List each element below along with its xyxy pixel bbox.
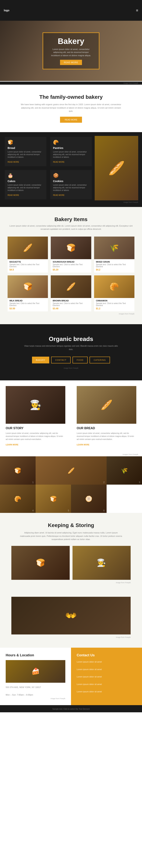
products-large-image: 🥖 <box>95 136 138 200</box>
our-story-title: OUR STORY <box>6 427 65 430</box>
item-card-baguette: 🥖 BAGUETTE Sample text. Click to select … <box>7 237 48 273</box>
item-img-cinnamon: 🥐 <box>94 275 135 298</box>
footer-address: 555 5TH AVE, NEW YORK, NY 10017 Mon – Su… <box>6 686 65 697</box>
footer-hours-image: 🍰 <box>6 660 65 683</box>
footer-hours-image-caption: Image from Freepik <box>6 698 65 700</box>
product-desc-bread: Lorem ipsum dolor sit amet, consectetur … <box>7 151 44 158</box>
bakery-items-desc: Lorem ipsum dolor sit amet, consectetur … <box>7 224 135 231</box>
item-sample-brown-bread: Sample text. Click to select the Text El… <box>53 302 89 307</box>
footer-hours-title: Hours & Location <box>6 653 65 657</box>
product-link-cookies[interactable]: READ MORE <box>53 194 65 196</box>
item-name-sourdough: SOURDOUGH BREAD <box>53 261 89 263</box>
item-sample-milk-bread: Sample text. Click to select the Text El… <box>9 302 46 307</box>
organic-btn-bakery[interactable]: BAKERY <box>32 356 49 364</box>
footer-contact-col: Contact Us Lorem ipsum dolor sit amet Lo… <box>71 648 142 705</box>
baking-image-caption: Image from Freepik <box>11 637 131 638</box>
product-link-bread[interactable]: READ MORE <box>7 161 19 163</box>
baking-section: 👐 Image from Freepik <box>0 593 142 648</box>
family-read-more-button[interactable]: READ MORE <box>60 117 82 123</box>
pastry-icon: 🥐 <box>53 140 89 145</box>
footer-contact-lines: Lorem ipsum dolor sit amet Lorem ipsum d… <box>77 660 136 694</box>
items-grid: 🥖 BAGUETTE Sample text. Click to select … <box>7 237 135 311</box>
item-card-sourdough: 🍞 SOURDOUGH BREAD Sample text. Click to … <box>51 237 91 273</box>
organic-btn-contact[interactable]: CONTACT <box>51 356 71 364</box>
footer-contact-line-3: Lorem ipsum dolor sit amet <box>77 675 136 679</box>
footer-address-line2: Mon – Sun: 7:00am – 6:00pm <box>6 694 33 696</box>
family-section: The family-owned bakery We have been bak… <box>0 85 142 132</box>
footer-contact-line-5: Lorem ipsum dolor sit amet <box>77 690 136 694</box>
product-card-pastries: 🥐 Pastries Lorem ipsum dolor sit amet, c… <box>50 137 92 166</box>
bakery-items-title: Bakery Items <box>7 216 135 222</box>
product-desc-cookies: Lorem ipsum dolor sit amet, consectetur … <box>53 184 89 192</box>
gallery-item-3: 🌾3 <box>106 456 142 485</box>
our-bread-image: 🥖 <box>77 386 136 424</box>
product-card-cakes: 🎂 Cakes Lorem ipsum dolor sit amet, cons… <box>5 170 46 199</box>
our-story-link[interactable]: LEARN MORE <box>6 444 18 446</box>
logo: logo <box>4 9 9 12</box>
item-price-brown-bread: $3.48 <box>53 307 89 310</box>
cake-icon: 🎂 <box>7 173 44 178</box>
item-img-brown-bread: 🥖 <box>51 275 91 298</box>
footer-contact-line-1: Lorem ipsum dolor sit amet <box>77 660 136 664</box>
item-img-milk-bread: 🍞 <box>7 275 48 298</box>
our-bread-text: Lorem ipsum dolor sit amet, consectetur … <box>77 432 136 441</box>
organic-btn-catering[interactable]: CATERING <box>90 356 110 364</box>
keeping-image-caption: Image from Freepik <box>11 582 131 584</box>
item-price-sourdough: $5.20 <box>53 269 89 271</box>
organic-image-caption: Image from Freepik <box>7 367 135 369</box>
hero-section: Bakery Lorem ipsum dolor sit amet, conse… <box>0 21 142 81</box>
item-name-baguette: BAGUETTE <box>9 261 46 263</box>
item-img-baguette: 🥖 <box>7 237 48 259</box>
item-img-sourdough: 🍞 <box>51 237 91 259</box>
header: logo ≡ <box>0 0 142 21</box>
keeping-title: Keeping & Storing <box>11 522 131 528</box>
product-card-bread: 🍞 Bread Lorem ipsum dolor sit amet, cons… <box>5 137 46 166</box>
family-title: The family-owned bakery <box>11 94 131 100</box>
item-price-cinnamon: $1.2 <box>96 307 133 310</box>
footer-contact-line-2: Lorem ipsum dolor sit amet <box>77 668 136 672</box>
story-image-caption: Images from Freepik <box>122 454 138 455</box>
item-sample-baguette: Sample text. Click to select the Text El… <box>9 264 46 268</box>
hero-content-box: Bakery Lorem ipsum dolor sit amet, conse… <box>43 32 99 69</box>
item-price-baguette: $4.5 <box>9 269 46 271</box>
organic-btn-food[interactable]: FOOD <box>72 356 88 364</box>
hero-read-more-button[interactable]: READ MORE <box>60 60 82 65</box>
products-image-caption: Image from Freepik <box>4 201 138 203</box>
keeping-text: Adipiscing diam amet. Ut lacinia sit ame… <box>19 531 123 541</box>
footer-address-line1: 555 5TH AVE, NEW YORK, NY 10017 <box>6 686 41 688</box>
footer-bottom: Sample text. Click to select the Text El… <box>0 705 142 712</box>
keeping-section: Keeping & Storing Adipiscing diam amet. … <box>0 513 142 593</box>
footer-bottom-text: Sample text. Click to select the Text El… <box>52 708 90 710</box>
product-card-cookies: 🍪 Cookies Lorem ipsum dolor sit amet, co… <box>50 170 92 199</box>
gallery-item-2: 🥖2 <box>36 456 106 485</box>
product-name-cookies: Cookies <box>53 180 89 183</box>
hero-subtitle: Lorem ipsum dolor sit amet, consectetur … <box>49 48 93 57</box>
item-sample-mixed-grain: Sample text. Click to select the Text El… <box>96 264 133 268</box>
item-sample-sourdough: Sample text. Click to select the Text El… <box>53 264 89 268</box>
item-price-mixed-grain: $4.2 <box>96 269 133 271</box>
hero-image-caption: Image from Freepik <box>123 82 138 84</box>
organic-buttons: BAKERY CONTACT FOOD CATERING <box>7 356 135 364</box>
item-sample-cinnamon: Sample text. Click to select the Text El… <box>96 302 133 307</box>
product-desc-cakes: Lorem ipsum dolor sit amet, consectetur … <box>7 184 44 192</box>
footer-contact-title: Contact Us <box>77 653 136 657</box>
gallery-item-1: 🍞1 <box>0 456 36 485</box>
gallery-item-4: 🥐4 <box>0 485 36 513</box>
product-name-bread: Bread <box>7 147 44 150</box>
product-link-pastries[interactable]: READ MORE <box>53 161 65 163</box>
our-bread-link[interactable]: LEARN MORE <box>77 444 89 446</box>
footer-hours-col: Hours & Location 🍰 555 5TH AVE, NEW YORK… <box>0 648 71 705</box>
product-name-cakes: Cakes <box>7 180 44 183</box>
item-card-milk-bread: 🍞 MILK BREAD Sample text. Click to selec… <box>7 275 48 311</box>
hamburger-menu-icon[interactable]: ≡ <box>136 8 138 12</box>
product-desc-pastries: Lorem ipsum dolor sit amet, consectetur … <box>53 151 89 158</box>
products-wrapper: 🍞 Bread Lorem ipsum dolor sit amet, cons… <box>0 132 142 207</box>
product-link-cakes[interactable]: READ MORE <box>7 194 19 196</box>
item-name-cinnamon: CINNAMON <box>96 300 133 302</box>
baking-image: 👐 <box>11 597 131 634</box>
footer-contact-line-4: Lorem ipsum dolor sit amet <box>77 683 136 686</box>
item-card-cinnamon: 🥐 CINNAMON Sample text. Click to select … <box>94 275 135 311</box>
product-name-pastries: Pastries <box>53 147 89 150</box>
bakery-items-section: Bakery Items Lorem ipsum dolor sit amet,… <box>0 207 142 324</box>
item-name-brown-bread: BROWN BREAD <box>53 300 89 302</box>
